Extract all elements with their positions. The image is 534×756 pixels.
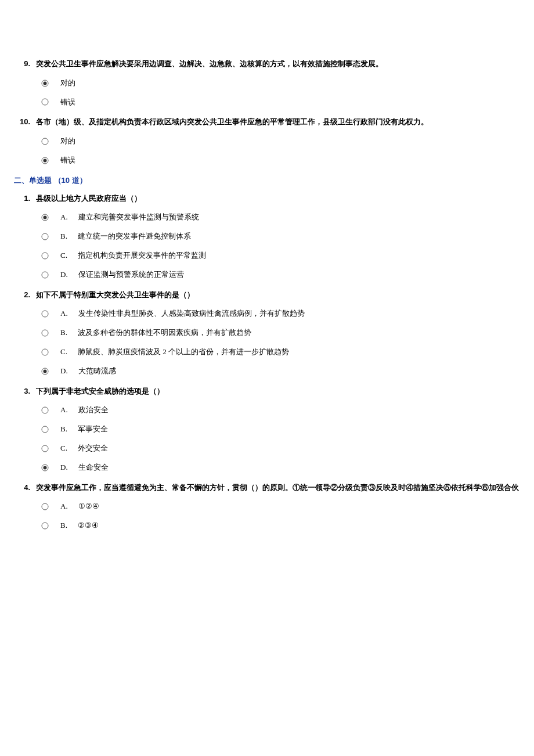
option-b[interactable]: B. 波及多种省份的群体性不明因素疾病，并有扩散趋势 [41, 327, 522, 339]
radio-unselected-icon[interactable] [41, 406, 49, 415]
option-letter: B. [60, 520, 67, 532]
option-b[interactable]: B. ②③④ [41, 520, 522, 532]
radio-selected-icon[interactable] [41, 79, 49, 87]
question-row: 9. 突发公共卫生事件应急解决要采用边调查、边解决、边急救、边核算的方式，以有效… [12, 58, 522, 70]
svg-point-20 [43, 466, 46, 469]
option-true[interactable]: 对的 [41, 77, 522, 89]
option-letter: C. [60, 250, 67, 262]
svg-point-21 [42, 503, 48, 510]
option-letter: A. [60, 308, 68, 320]
option-label: 对的 [60, 135, 75, 147]
svg-point-8 [42, 233, 48, 240]
svg-point-5 [43, 159, 46, 162]
svg-point-11 [42, 311, 48, 317]
question-number: 1. [12, 193, 30, 205]
question-number: 4. [12, 482, 30, 494]
option-text: 发生传染性非典型肺炎、人感染高致病性禽流感病例，并有扩散趋势 [78, 308, 305, 320]
option-b[interactable]: B. 建立统一的突发事件避免控制体系 [41, 231, 522, 243]
radio-unselected-icon[interactable] [41, 444, 49, 452]
option-label-wrap: B. 军事安全 [60, 423, 108, 435]
question-row: 4. 突发事件应急工作，应当遵循避免为主、常备不懈的方针，贯彻（）的原则。①统一… [12, 482, 522, 494]
option-d[interactable]: D. 生命安全 [41, 462, 522, 474]
option-label-wrap: A. 发生传染性非典型肺炎、人感染高致病性禽流感病例，并有扩散趋势 [60, 308, 305, 320]
radio-unselected-icon[interactable] [41, 251, 49, 260]
option-d[interactable]: D. 大范畴流感 [41, 365, 522, 377]
radio-unselected-icon[interactable] [41, 329, 49, 337]
question-row: 1. 县级以上地方人民政府应当（） [12, 193, 522, 205]
option-c[interactable]: C. 外交安全 [41, 442, 522, 455]
option-label: 错误 [60, 154, 75, 167]
svg-point-17 [42, 426, 48, 433]
question-text: 突发事件应急工作，应当遵循避免为主、常备不懈的方针，贯彻（）的原则。①统一领导②… [36, 482, 519, 494]
svg-point-9 [42, 253, 48, 259]
svg-point-3 [42, 138, 48, 145]
svg-point-12 [42, 330, 48, 336]
option-letter: A. [60, 211, 68, 224]
question-text: 下列属于非老式安全威胁的选项是（） [36, 386, 164, 398]
question-text: 突发公共卫生事件应急解决要采用边调查、边解决、边急救、边核算的方式，以有效措施控… [36, 58, 383, 70]
radio-unselected-icon[interactable] [41, 138, 49, 146]
option-letter: C. [60, 442, 67, 455]
option-text: 波及多种省份的群体性不明因素疾病，并有扩散趋势 [78, 327, 251, 339]
section-title: 二、单选题 （10 道） [14, 175, 522, 187]
radio-unselected-icon[interactable] [41, 271, 49, 279]
question-10: 10. 各市（地）级、及指定机构负责本行政区域内突发公共卫生事件应急的平常管理工… [12, 116, 522, 166]
option-text: 建立和完善突发事件监测与预警系统 [78, 211, 199, 224]
option-b[interactable]: B. 军事安全 [41, 423, 522, 435]
option-text: ②③④ [78, 520, 99, 532]
option-text: 军事安全 [78, 423, 108, 435]
option-c[interactable]: C. 指定机构负责开展突发事件的平常监测 [41, 250, 522, 262]
option-label: 对的 [60, 77, 75, 89]
option-letter: A. [60, 404, 68, 416]
option-false[interactable]: 错误 [41, 96, 522, 109]
svg-point-18 [42, 445, 48, 452]
option-label-wrap: A. 政治安全 [60, 404, 109, 416]
option-letter: A. [60, 501, 68, 513]
option-true[interactable]: 对的 [41, 135, 522, 147]
radio-unselected-icon[interactable] [41, 426, 49, 434]
option-label-wrap: D. 大范畴流感 [60, 365, 116, 377]
radio-unselected-icon[interactable] [41, 503, 49, 511]
option-a[interactable]: A. 发生传染性非典型肺炎、人感染高致病性禽流感病例，并有扩散趋势 [41, 308, 522, 320]
option-a[interactable]: A. 政治安全 [41, 404, 522, 416]
question-number: 9. [12, 58, 30, 70]
radio-unselected-icon[interactable] [41, 310, 49, 318]
option-text: 政治安全 [78, 404, 109, 416]
question-9: 9. 突发公共卫生事件应急解决要采用边调查、边解决、边急救、边核算的方式，以有效… [12, 58, 522, 108]
option-label: 错误 [60, 96, 75, 109]
option-text: 保证监测与预警系统的正常运营 [78, 269, 184, 281]
option-label-wrap: C. 外交安全 [60, 442, 108, 455]
option-letter: B. [60, 327, 67, 339]
radio-unselected-icon[interactable] [41, 348, 49, 356]
option-label-wrap: B. 波及多种省份的群体性不明因素疾病，并有扩散趋势 [60, 327, 251, 339]
question-text: 县级以上地方人民政府应当（） [36, 193, 142, 205]
option-a[interactable]: A. 建立和完善突发事件监测与预警系统 [41, 211, 522, 224]
question-row: 10. 各市（地）级、及指定机构负责本行政区域内突发公共卫生事件应急的平常管理工… [12, 116, 522, 128]
radio-unselected-icon[interactable] [41, 522, 49, 530]
radio-selected-icon[interactable] [41, 367, 49, 375]
option-a[interactable]: A. ①②④ [41, 501, 522, 513]
option-text: 肺鼠疫、肺炭疽疫情波及 2 个以上的省份，并有进一步扩散趋势 [78, 346, 289, 358]
mc-question-3: 3. 下列属于非老式安全威胁的选项是（） A. 政治安全 B. 军事安全 C. … [12, 386, 522, 474]
radio-unselected-icon[interactable] [41, 233, 49, 241]
option-d[interactable]: D. 保证监测与预警系统的正常运营 [41, 269, 522, 281]
option-text: 大范畴流感 [78, 365, 116, 377]
question-number: 3. [12, 386, 30, 398]
option-false[interactable]: 错误 [41, 154, 522, 167]
option-label-wrap: C. 肺鼠疫、肺炭疽疫情波及 2 个以上的省份，并有进一步扩散趋势 [60, 346, 289, 358]
radio-unselected-icon[interactable] [41, 98, 49, 106]
svg-point-15 [43, 369, 46, 373]
svg-point-2 [42, 99, 48, 105]
mc-question-2: 2. 如下不属于特别重大突发公共卫生事件的是（） A. 发生传染性非典型肺炎、人… [12, 289, 522, 377]
radio-selected-icon[interactable] [41, 214, 49, 222]
svg-point-1 [43, 81, 46, 85]
option-c[interactable]: C. 肺鼠疫、肺炭疽疫情波及 2 个以上的省份，并有进一步扩散趋势 [41, 346, 522, 358]
option-label-wrap: D. 生命安全 [60, 462, 109, 474]
option-text: 外交安全 [78, 442, 108, 455]
option-label-wrap: A. ①②④ [60, 501, 99, 513]
radio-selected-icon[interactable] [41, 463, 49, 471]
radio-selected-icon[interactable] [41, 156, 49, 164]
option-text: 指定机构负责开展突发事件的平常监测 [78, 250, 206, 262]
option-letter: D. [60, 462, 68, 474]
option-letter: D. [60, 269, 68, 281]
